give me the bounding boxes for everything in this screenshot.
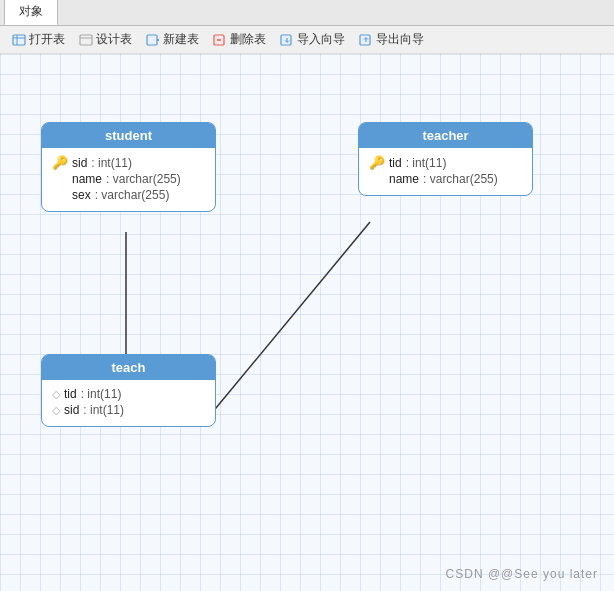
export-wizard-button[interactable]: 导出向导 bbox=[353, 29, 430, 50]
tab-objects[interactable]: 对象 bbox=[4, 0, 58, 25]
teach-table[interactable]: teach ◇ tid : int(11) ◇ sid : int(11) bbox=[41, 354, 216, 427]
design-table-button[interactable]: 设计表 bbox=[73, 29, 138, 50]
key-icon: 🔑 bbox=[369, 155, 385, 170]
tab-bar: 对象 bbox=[0, 0, 614, 26]
student-table-header: student bbox=[42, 123, 215, 148]
toolbar: 打开表 设计表 新建表 删除表 导入向导 bbox=[0, 26, 614, 54]
import-icon bbox=[280, 33, 294, 47]
table-row: 🔑 sid : int(11) bbox=[52, 154, 205, 171]
key-icon: 🔑 bbox=[52, 155, 68, 170]
canvas-area[interactable]: student 🔑 sid : int(11) name : varchar(2… bbox=[0, 54, 614, 591]
import-wizard-button[interactable]: 导入向导 bbox=[274, 29, 351, 50]
new-table-button[interactable]: 新建表 bbox=[140, 29, 205, 50]
svg-rect-3 bbox=[80, 35, 92, 45]
svg-line-15 bbox=[211, 222, 370, 414]
diamond-icon: ◇ bbox=[52, 388, 60, 401]
table-row: 🔑 tid : int(11) bbox=[369, 154, 522, 171]
table-row: name : varchar(255) bbox=[369, 171, 522, 187]
design-icon bbox=[79, 33, 93, 47]
svg-rect-0 bbox=[13, 35, 25, 45]
student-table-body: 🔑 sid : int(11) name : varchar(255) sex … bbox=[42, 148, 215, 211]
table-row: name : varchar(255) bbox=[52, 171, 205, 187]
export-icon bbox=[359, 33, 373, 47]
open-table-button[interactable]: 打开表 bbox=[6, 29, 71, 50]
teach-table-body: ◇ tid : int(11) ◇ sid : int(11) bbox=[42, 380, 215, 426]
teacher-table[interactable]: teacher 🔑 tid : int(11) name : varchar(2… bbox=[358, 122, 533, 196]
delete-table-button[interactable]: 删除表 bbox=[207, 29, 272, 50]
table-row: ◇ tid : int(11) bbox=[52, 386, 205, 402]
diamond-icon: ◇ bbox=[52, 404, 60, 417]
svg-rect-10 bbox=[281, 35, 291, 45]
svg-rect-12 bbox=[360, 35, 370, 45]
teach-table-header: teach bbox=[42, 355, 215, 380]
watermark: CSDN @@See you later bbox=[446, 567, 598, 581]
table-row: sex : varchar(255) bbox=[52, 187, 205, 203]
student-table[interactable]: student 🔑 sid : int(11) name : varchar(2… bbox=[41, 122, 216, 212]
delete-icon bbox=[213, 33, 227, 47]
teacher-table-body: 🔑 tid : int(11) name : varchar(255) bbox=[359, 148, 532, 195]
new-table-icon bbox=[146, 33, 160, 47]
svg-rect-5 bbox=[147, 35, 157, 45]
teacher-table-header: teacher bbox=[359, 123, 532, 148]
table-open-icon bbox=[12, 33, 26, 47]
table-row: ◇ sid : int(11) bbox=[52, 402, 205, 418]
